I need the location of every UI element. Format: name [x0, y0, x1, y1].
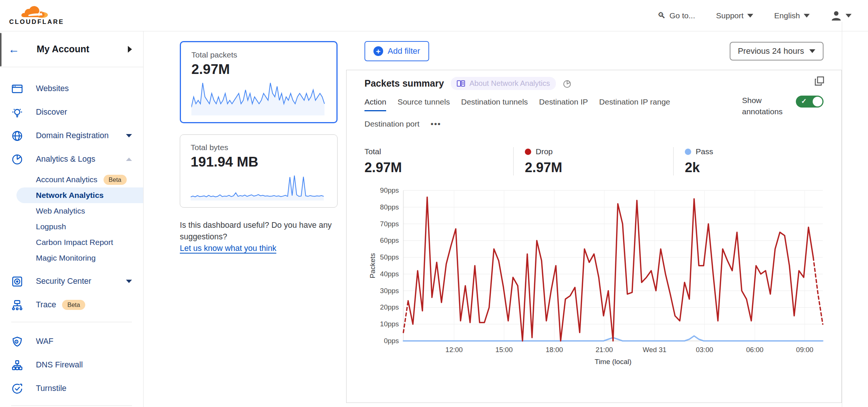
svg-text:15:00: 15:00: [495, 346, 513, 354]
tab-action[interactable]: Action: [364, 97, 386, 111]
goto-search[interactable]: 🔍︎ Go to...: [658, 11, 695, 21]
more-tabs-ellipsis[interactable]: •••: [431, 119, 441, 132]
feedback-link[interactable]: Let us know what you think: [180, 244, 276, 253]
sidebar-item-web-analytics[interactable]: Web Analytics: [0, 203, 143, 219]
show-annotations-control: Show annotations ✓: [742, 95, 824, 118]
sidebar-item-label: Trace: [36, 300, 56, 310]
cloudflare-cloud-icon: [21, 5, 52, 18]
svg-text:10pps: 10pps: [380, 320, 399, 328]
pie-chart-icon: [11, 153, 23, 165]
stat-pass: Pass 2k: [673, 147, 724, 175]
svg-text:Packets: Packets: [369, 253, 376, 279]
sidebar-item-magic-monitoring[interactable]: Magic Monitoring: [0, 250, 143, 266]
total-bytes-title: Total bytes: [191, 143, 327, 152]
svg-text:90pps: 90pps: [380, 186, 399, 194]
add-filter-label: Add filter: [388, 46, 420, 56]
support-menu[interactable]: Support: [716, 11, 754, 20]
tab-source-tunnels[interactable]: Source tunnels: [397, 97, 450, 111]
sidebar-item-account-analytics[interactable]: Account Analytics Beta: [0, 172, 143, 187]
add-filter-button[interactable]: + Add filter: [364, 41, 429, 61]
back-arrow-icon[interactable]: ←: [8, 43, 19, 56]
shield-gear-icon: [11, 336, 23, 348]
total-bytes-card[interactable]: Total bytes 191.94 MB: [180, 134, 338, 208]
tab-destination-tunnels[interactable]: Destination tunnels: [461, 97, 528, 111]
beta-badge: Beta: [104, 175, 127, 185]
total-packets-card[interactable]: Total packets 2.97M: [180, 41, 338, 123]
analytics-submenu: Account Analytics Beta Network Analytics…: [0, 171, 143, 270]
svg-text:03:00: 03:00: [696, 346, 713, 354]
sidebar-item-label: Turnstile: [36, 384, 67, 393]
expand-panel-icon[interactable]: [815, 76, 824, 86]
language-label: English: [774, 11, 800, 20]
svg-text:Wed 31: Wed 31: [643, 346, 666, 354]
about-network-analytics-pill[interactable]: About Network Analytics: [451, 77, 556, 90]
stats-row: Total 2.97M Drop 2.97M Pass 2k: [364, 147, 824, 175]
data-freshness-pie-icon: [563, 79, 572, 88]
sidebar-item-label: Web Analytics: [36, 206, 85, 215]
tab-destination-port[interactable]: Destination port: [364, 119, 419, 132]
sidebar-scrollbar[interactable]: [0, 33, 1, 66]
cloudflare-logo[interactable]: CLOUDFLARE: [7, 5, 67, 26]
sidebar-item-label: Carbon Impact Report: [36, 238, 113, 247]
svg-text:06:00: 06:00: [746, 346, 763, 354]
chevron-right-icon[interactable]: [128, 46, 132, 53]
panel-title: Packets summary: [364, 78, 444, 89]
tab-destination-ip-range[interactable]: Destination IP range: [599, 97, 670, 111]
search-icon: 🔍︎: [658, 11, 666, 21]
sidebar-item-websites[interactable]: Websites: [0, 77, 143, 100]
sidebar-item-analytics-logs[interactable]: Analytics & Logs: [0, 147, 143, 171]
sidebar-item-waf[interactable]: WAF: [0, 330, 143, 353]
dimension-tabs: Action Source tunnels Destination tunnel…: [364, 97, 701, 132]
beta-badge: Beta: [62, 300, 85, 310]
top-navigation: 🔍︎ Go to... Support English: [658, 10, 852, 21]
sidebar-item-trace[interactable]: Trace Beta: [0, 293, 143, 317]
svg-text:50pps: 50pps: [380, 253, 399, 261]
time-range-dropdown[interactable]: Previous 24 hours: [730, 42, 824, 60]
sidebar-list: Websites Discover Domain Re: [0, 67, 143, 407]
svg-text:40pps: 40pps: [380, 270, 399, 278]
stat-total-value: 2.97M: [364, 160, 502, 175]
sidebar-item-label: Websites: [36, 84, 69, 93]
cloudflare-wordmark: CLOUDFLARE: [9, 18, 64, 26]
svg-text:Time (local): Time (local): [595, 358, 632, 366]
hierarchy-icon: [11, 359, 23, 371]
chevron-down-icon: [747, 14, 753, 18]
sidebar-item-label: Network Analytics: [36, 191, 104, 200]
chevron-up-icon: [126, 158, 132, 161]
svg-text:0pps: 0pps: [384, 337, 399, 345]
time-range-label: Previous 24 hours: [738, 46, 804, 56]
packets-time-series-chart: 0pps10pps20pps30pps40pps50pps60pps70pps8…: [366, 185, 824, 370]
account-menu[interactable]: [831, 10, 852, 21]
stat-drop-value: 2.97M: [525, 160, 662, 175]
sidebar-item-label: Magic Monitoring: [36, 254, 96, 262]
toggle-knob: [813, 97, 822, 106]
sidebar-item-carbon-impact-report[interactable]: Carbon Impact Report: [0, 234, 143, 250]
chart-canvas: 0pps10pps20pps30pps40pps50pps60pps70pps8…: [366, 185, 829, 368]
user-icon: [831, 10, 842, 21]
stat-label: Total: [364, 147, 381, 156]
sidebar-item-security-center[interactable]: Security Center: [0, 270, 143, 293]
sidebar-item-dns-firewall[interactable]: DNS Firewall: [0, 353, 143, 377]
sidebar-item-discover[interactable]: Discover: [0, 100, 143, 124]
chevron-down-icon: [804, 14, 810, 18]
chevron-down-icon: [846, 14, 852, 18]
feedback-block: Is this dashboard useful? Do you have an…: [180, 220, 337, 255]
sidebar-item-turnstile[interactable]: Turnstile: [0, 377, 143, 400]
clock-check-icon: [11, 383, 23, 395]
sidebar-item-network-analytics[interactable]: Network Analytics: [16, 187, 143, 203]
sidebar-item-logpush[interactable]: Logpush: [0, 219, 143, 234]
tab-destination-ip[interactable]: Destination IP: [539, 97, 588, 111]
annotations-toggle[interactable]: ✓: [796, 96, 824, 108]
top-bar: CLOUDFLARE 🔍︎ Go to... Support English: [0, 0, 868, 31]
content-right-divider: [842, 22, 842, 407]
sidebar-item-label: Security Center: [36, 277, 91, 286]
language-menu[interactable]: English: [774, 11, 810, 20]
svg-text:21:00: 21:00: [595, 346, 613, 354]
chevron-down-icon: [126, 134, 132, 137]
total-packets-value: 2.97M: [191, 62, 326, 77]
sidebar-item-label: Analytics & Logs: [36, 155, 95, 164]
stat-total: Total 2.97M: [364, 147, 513, 175]
sidebar-divider: [11, 322, 132, 322]
sidebar-item-domain-registration[interactable]: Domain Registration: [0, 124, 143, 147]
svg-text:70pps: 70pps: [380, 220, 399, 228]
